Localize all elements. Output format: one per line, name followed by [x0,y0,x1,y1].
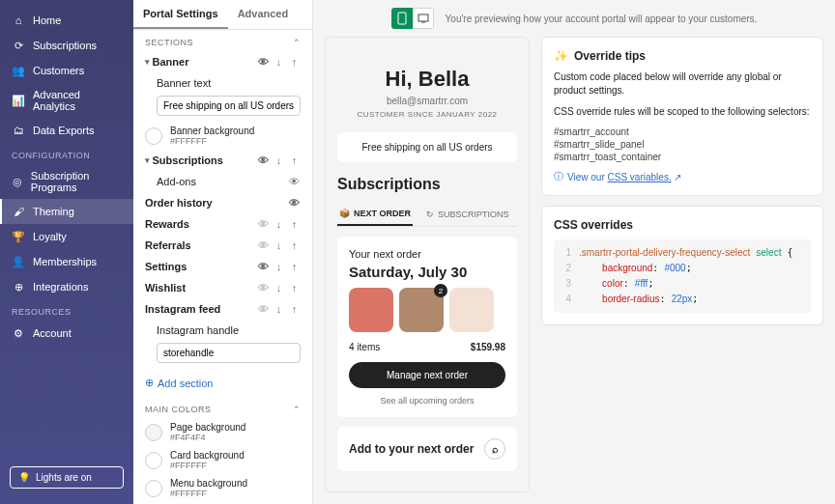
swatch-icon [145,424,162,441]
nav-icon: 🖌 [12,205,25,218]
colors-heading: MAIN COLORS ⌃ [133,397,312,418]
search-icon[interactable]: ⌕ [484,438,505,460]
arrow-up-icon[interactable]: ↑ [288,56,301,68]
sidebar-item-memberships[interactable]: 👤Memberships [0,249,133,274]
nav-icon: ⚙ [12,326,25,340]
nav-label: Data Exports [33,125,95,136]
nav-label: Subscription Programs [31,170,122,193]
eye-icon[interactable]: 👁 [257,56,270,68]
arrow-up-icon[interactable]: ↑ [288,239,301,251]
order-price: $159.98 [471,342,505,352]
section-settings[interactable]: Settings👁↓↑ [133,256,312,277]
tab-next-order[interactable]: 📦NEXT ORDER [337,203,413,226]
arrow-down-icon[interactable]: ↓ [273,303,285,315]
swatch-icon [145,127,162,145]
product-thumb[interactable] [449,288,494,332]
color-row[interactable]: Card background#FFFFFF [133,446,312,474]
lights-label: Lights are on [36,472,92,483]
banner-text-input[interactable] [157,96,301,116]
desktop-view-button[interactable] [413,8,434,29]
arrow-down-icon[interactable]: ↓ [273,261,285,272]
chevron-up-icon[interactable]: ⌃ [293,405,302,414]
chevron-up-icon[interactable]: ⌃ [293,38,302,47]
css-variables-link[interactable]: ⓘ View our CSS variables. ↗ [554,170,811,183]
nav-label: Memberships [33,256,97,267]
sidebar-item-subscription-programs[interactable]: ◎Subscription Programs [0,164,133,199]
arrow-down-icon[interactable]: ↓ [273,239,285,251]
sidebar-item-home[interactable]: ⌂Home [0,8,133,33]
arrow-up-icon[interactable]: ↑ [288,282,301,294]
subscriptions-addons[interactable]: Add-ons 👁 [133,171,312,192]
section-order-history[interactable]: Order history👁 [133,192,312,213]
section-instagram-feed[interactable]: Instagram feed👁↓↑ [133,298,312,320]
section-subscriptions[interactable]: ▾ Subscriptions 👁↓↑ [133,150,312,171]
eye-off-icon[interactable]: 👁 [257,218,270,230]
eye-off-icon[interactable]: 👁 [257,282,270,294]
sidebar-item-data-exports[interactable]: 🗂Data Exports [0,118,133,143]
arrow-down-icon[interactable]: ↓ [273,218,285,230]
box-icon: 📦 [339,209,350,218]
sidebar-item-account[interactable]: ⚙Account [0,321,133,346]
product-thumb[interactable] [349,288,393,332]
arrow-down-icon[interactable]: ↓ [273,282,285,294]
eye-icon[interactable]: 👁 [257,154,270,166]
tab-subscriptions[interactable]: ↻SUBSCRIPTIONS [424,203,511,226]
sidebar-item-loyalty[interactable]: 🏆Loyalty [0,224,133,249]
tip-icon: ✨ [554,49,568,63]
nav-label: Theming [33,206,74,217]
nav-label: Subscriptions [33,40,97,51]
code-editor[interactable]: 1.smartrr-portal-delivery-frequency-sele… [554,239,811,313]
preview-note: You're previewing how your account porta… [446,14,758,24]
eye-off-icon[interactable]: 👁 [257,303,270,315]
sidebar-item-customers[interactable]: 👥Customers [0,58,133,83]
arrow-up-icon[interactable]: ↑ [288,303,301,315]
shipping-banner: Free shipping on all US orders [337,132,517,162]
info-icon: ⓘ [554,170,563,183]
device-toggle [391,8,434,29]
arrow-up-icon[interactable]: ↑ [288,154,301,166]
preview-bar: You're previewing how your account porta… [313,0,835,37]
see-all-link[interactable]: See all upcoming orders [349,396,505,406]
item-count: 4 items [349,342,380,352]
sidebar-item-advanced-analytics[interactable]: 📊Advanced Analytics [0,83,133,118]
color-row[interactable]: Menu background#FFFFFF [133,474,312,502]
sidebar-item-integrations[interactable]: ⊕Integrations [0,274,133,299]
section-referrals[interactable]: Referrals👁↓↑ [133,235,312,256]
mobile-view-button[interactable] [391,8,413,29]
nav-label: Loyalty [33,231,67,242]
eye-icon[interactable]: 👁 [288,197,301,209]
nav-icon: ⊕ [12,280,25,294]
instagram-handle-input[interactable] [157,343,301,363]
banner-bg-row[interactable]: Banner background #FFFFFF [133,122,312,150]
eye-off-icon[interactable]: 👁 [257,239,270,251]
eye-icon[interactable]: 👁 [288,176,301,187]
sidebar-item-subscriptions[interactable]: ⟳Subscriptions [0,33,133,58]
svg-rect-0 [398,13,406,24]
section-wishlist[interactable]: Wishlist👁↓↑ [133,277,312,298]
nav-icon: 👤 [12,255,25,268]
bulb-icon: 💡 [18,472,30,483]
section-rewards[interactable]: Rewards👁↓↑ [133,213,312,235]
arrow-up-icon[interactable]: ↑ [288,261,301,272]
nav-icon: 🗂 [12,124,25,137]
product-thumb[interactable]: 2 [399,288,444,332]
manage-order-button[interactable]: Manage next order [349,362,505,388]
section-banner[interactable]: ▾ Banner 👁↓↑ [133,51,312,72]
nav-label: Account [33,327,72,339]
nav-label: Advanced Analytics [33,89,122,112]
next-order-label: Your next order [349,248,505,260]
eye-icon[interactable]: 👁 [257,261,270,272]
lights-toggle[interactable]: 💡 Lights are on [10,466,124,489]
sidebar-item-theming[interactable]: 🖌Theming [0,199,133,224]
arrow-up-icon[interactable]: ↑ [288,218,301,230]
instagram-handle-label: Instagram handle [133,320,312,341]
arrow-down-icon[interactable]: ↓ [273,154,285,166]
tab-portal-settings[interactable]: Portal Settings [133,0,228,29]
add-section-link[interactable]: ⊕ Add section [133,369,312,397]
arrow-down-icon[interactable]: ↓ [273,56,285,68]
settings-tabs: Portal Settings Advanced [133,0,312,30]
main-area: You're previewing how your account porta… [313,0,835,504]
tab-advanced[interactable]: Advanced [228,0,299,29]
color-row[interactable]: Page background#F4F4F4 [133,418,312,446]
add-to-next-order: Add to your next order ⌕ [337,427,517,471]
